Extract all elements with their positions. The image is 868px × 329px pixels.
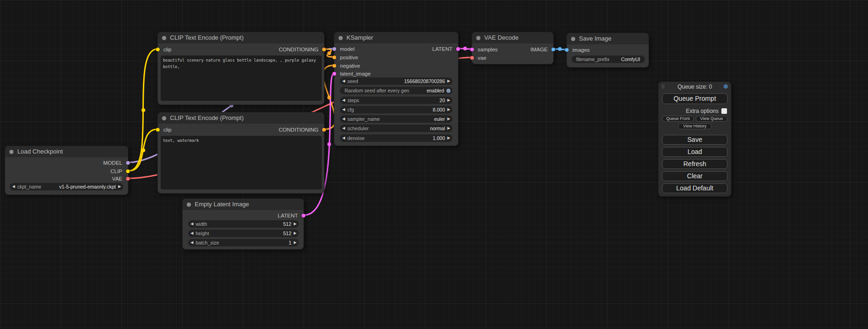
model-output-dot[interactable] bbox=[126, 161, 130, 165]
widget-name: scheduler bbox=[347, 126, 369, 131]
increment-arrow-icon[interactable]: ▶ bbox=[445, 97, 452, 104]
slot-row: images bbox=[567, 46, 649, 54]
node-title-bar[interactable]: Load Checkpoint bbox=[5, 146, 128, 157]
settings-gear-icon[interactable]: ✻ bbox=[723, 82, 728, 92]
node-title-bar[interactable]: CLIP Text Encode (Prompt) bbox=[158, 112, 324, 124]
widget-value: 512 bbox=[283, 221, 291, 227]
save-button[interactable]: Save bbox=[662, 135, 727, 145]
prompt-text-area[interactable]: text, watermark bbox=[161, 136, 322, 189]
node-load-checkpoint[interactable]: Load Checkpoint MODEL CLIP VAE ◀ ckpt_na… bbox=[5, 146, 128, 195]
increment-arrow-icon[interactable]: ▶ bbox=[291, 239, 299, 246]
collapse-dot[interactable] bbox=[476, 36, 480, 40]
latent-image-input-dot[interactable] bbox=[332, 72, 336, 76]
widget-value: enabled bbox=[427, 88, 444, 93]
node-title-bar[interactable]: Save Image bbox=[567, 33, 649, 44]
link-midpoint-dot bbox=[141, 108, 145, 112]
link-midpoint-dot bbox=[327, 51, 331, 55]
widget-filename-prefix[interactable]: filename_prefix ComfyUI bbox=[572, 56, 645, 63]
view-queue-button[interactable]: View Queue bbox=[696, 116, 727, 122]
increment-arrow-icon[interactable]: ▶ bbox=[445, 134, 452, 142]
widget-cfg[interactable]: ◀ cfg 8.000 ▶ bbox=[340, 106, 452, 113]
vae-output-dot[interactable] bbox=[126, 177, 130, 181]
queue-front-button[interactable]: Queue Front bbox=[662, 116, 694, 122]
collapse-dot[interactable] bbox=[339, 36, 343, 40]
widget-value: 8.000 bbox=[433, 107, 445, 112]
positive-input-dot[interactable] bbox=[332, 56, 336, 59]
decrement-arrow-icon[interactable]: ◀ bbox=[188, 220, 196, 228]
node-title-bar[interactable]: CLIP Text Encode (Prompt) bbox=[158, 32, 324, 43]
collapse-dot[interactable] bbox=[571, 37, 575, 41]
refresh-button[interactable]: Refresh bbox=[662, 159, 727, 169]
collapse-dot[interactable] bbox=[162, 116, 166, 120]
conditioning-output-dot[interactable] bbox=[322, 48, 326, 51]
widget-seed[interactable]: ◀ seed 156680208700286 ▶ bbox=[340, 77, 452, 85]
widget-denoise[interactable]: ◀ denoise 1.000 ▶ bbox=[340, 134, 452, 142]
positive-input-label: positive bbox=[340, 54, 358, 61]
increment-arrow-icon[interactable]: ▶ bbox=[291, 220, 299, 228]
node-title-bar[interactable]: KSampler bbox=[334, 32, 458, 43]
decrement-arrow-icon[interactable]: ◀ bbox=[340, 134, 347, 142]
widget-height[interactable]: ◀ height 512 ▶ bbox=[188, 230, 299, 237]
increment-arrow-icon[interactable]: ▶ bbox=[445, 106, 452, 113]
node-ksampler[interactable]: KSampler model LATENT positive negative … bbox=[334, 32, 459, 146]
clear-button[interactable]: Clear bbox=[662, 171, 727, 181]
widget-width[interactable]: ◀ width 512 ▶ bbox=[188, 220, 299, 228]
clip-input-dot[interactable] bbox=[156, 48, 160, 51]
decrement-arrow-icon[interactable]: ◀ bbox=[188, 239, 196, 246]
increment-arrow-icon[interactable]: ▶ bbox=[291, 230, 299, 237]
decrement-arrow-icon[interactable]: ◀ bbox=[10, 183, 17, 190]
extra-options-checkbox[interactable] bbox=[721, 108, 727, 114]
node-save-image[interactable]: Save Image images filename_prefix ComfyU… bbox=[566, 33, 649, 68]
toggle-knob[interactable] bbox=[446, 89, 451, 93]
widget-value: v1-5-pruned-emaonly.ckpt bbox=[59, 184, 116, 189]
vae-output-label: VAE bbox=[112, 175, 122, 182]
increment-arrow-icon[interactable]: ▶ bbox=[445, 115, 452, 123]
latent-output-dot[interactable] bbox=[456, 47, 460, 51]
prompt-text-area[interactable]: beautiful scenery nature glass bottle la… bbox=[161, 56, 322, 101]
collapse-dot[interactable] bbox=[187, 203, 191, 207]
latent-output-dot[interactable] bbox=[302, 214, 305, 217]
collapse-dot[interactable] bbox=[9, 150, 14, 154]
node-vae-decode[interactable]: VAE Decode samples IMAGE vae bbox=[472, 32, 554, 64]
node-clip-text-encode-negative[interactable]: CLIP Text Encode (Prompt) clip CONDITION… bbox=[157, 112, 325, 194]
decrement-arrow-icon[interactable]: ◀ bbox=[340, 115, 347, 123]
image-output-dot[interactable] bbox=[551, 48, 555, 51]
node-title: KSampler bbox=[346, 32, 458, 43]
queue-prompt-button[interactable]: Queue Prompt bbox=[662, 93, 727, 104]
vae-input-label: vae bbox=[478, 54, 487, 62]
decrement-arrow-icon[interactable]: ◀ bbox=[340, 77, 347, 85]
widget-scheduler[interactable]: ◀ scheduler normal ▶ bbox=[340, 125, 452, 132]
conditioning-output-dot[interactable] bbox=[322, 128, 326, 132]
node-graph-canvas[interactable]: Load Checkpoint MODEL CLIP VAE ◀ ckpt_na… bbox=[0, 0, 868, 329]
model-output-label: MODEL bbox=[103, 159, 122, 167]
widget-steps[interactable]: ◀ steps 20 ▶ bbox=[340, 97, 452, 104]
negative-input-dot[interactable] bbox=[332, 64, 336, 68]
widget-ckpt-name[interactable]: ◀ ckpt_name v1-5-pruned-emaonly.ckpt ▶ bbox=[10, 183, 123, 190]
node-title-bar[interactable]: VAE Decode bbox=[472, 32, 553, 43]
load-button[interactable]: Load bbox=[662, 147, 727, 157]
drag-handle-icon[interactable]: ⠿ bbox=[661, 82, 665, 92]
increment-arrow-icon[interactable]: ▶ bbox=[445, 125, 452, 132]
images-input-dot[interactable] bbox=[565, 48, 569, 52]
decrement-arrow-icon[interactable]: ◀ bbox=[188, 230, 196, 237]
increment-arrow-icon[interactable]: ▶ bbox=[445, 77, 452, 85]
samples-input-dot[interactable] bbox=[470, 48, 474, 51]
node-clip-text-encode-positive[interactable]: CLIP Text Encode (Prompt) clip CONDITION… bbox=[157, 32, 325, 105]
node-empty-latent-image[interactable]: Empty Latent Image LATENT ◀ width 512 ▶ … bbox=[182, 198, 304, 250]
collapse-dot[interactable] bbox=[162, 36, 166, 40]
widget-sampler-name[interactable]: ◀ sampler_name euler ▶ bbox=[340, 115, 452, 123]
decrement-arrow-icon[interactable]: ◀ bbox=[340, 106, 347, 113]
view-history-button[interactable]: View History bbox=[678, 123, 712, 129]
widget-name: denoise bbox=[347, 135, 365, 141]
load-default-button[interactable]: Load Default bbox=[662, 183, 727, 193]
decrement-arrow-icon[interactable]: ◀ bbox=[340, 125, 347, 132]
clip-output-dot[interactable] bbox=[126, 169, 130, 173]
clip-input-dot[interactable] bbox=[156, 128, 160, 132]
node-title-bar[interactable]: Empty Latent Image bbox=[183, 199, 303, 210]
widget-batch-size[interactable]: ◀ batch_size 1 ▶ bbox=[188, 239, 299, 246]
decrement-arrow-icon[interactable]: ◀ bbox=[340, 97, 347, 104]
model-input-dot[interactable] bbox=[332, 47, 336, 51]
vae-input-dot[interactable] bbox=[470, 56, 474, 60]
increment-arrow-icon[interactable]: ▶ bbox=[116, 183, 123, 190]
widget-random-seed-toggle[interactable]: Random seed after every gen enabled bbox=[340, 87, 452, 94]
